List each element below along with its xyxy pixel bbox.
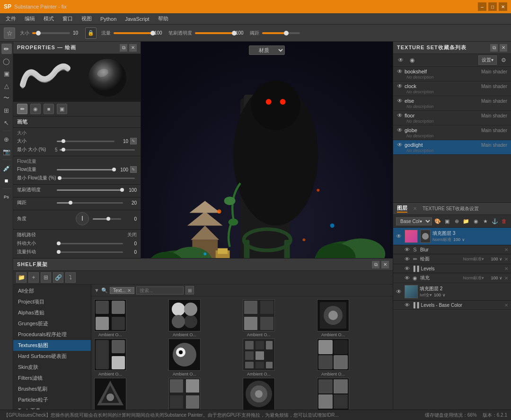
sublayer-close-fill[interactable]: ✕ (504, 276, 508, 281)
camera-btn[interactable]: 📷 (1, 146, 12, 157)
size-prop-slider[interactable] (57, 141, 115, 142)
texture-set-float-btn[interactable]: ⧉ (490, 44, 498, 52)
shelf-cat-brushes[interactable]: Brushes笔刷 (13, 384, 91, 394)
viewport-mode-selector[interactable]: 材质 (249, 45, 285, 55)
maximize-button[interactable]: □ (488, 2, 497, 11)
threshold-prop-slider[interactable] (57, 202, 123, 204)
shelf-cat-hard[interactable]: Hard Surfaces硬表面 (13, 351, 91, 362)
menu-python[interactable]: Python (97, 15, 120, 23)
ts-settings-btn[interactable]: 设置▾ (478, 55, 497, 65)
flow-slider[interactable] (114, 32, 151, 34)
erase-tool-btn[interactable]: ◯ (1, 56, 12, 66)
shelf-cat-procedurals[interactable]: Procedurals程序处理 (13, 329, 91, 340)
sublayer-eye-levels-bc[interactable]: 👁 (405, 302, 410, 308)
angle-slider[interactable] (93, 218, 121, 220)
brush-lock-icon[interactable]: 🔒 (85, 27, 97, 39)
sublayer-close-levels[interactable]: ✕ (504, 266, 508, 271)
ts-item-else[interactable]: 👁 else Main shader No description (393, 96, 511, 111)
asset-item-4[interactable]: Ambient O... (94, 339, 126, 376)
texture-set-close-btn[interactable]: ✕ (500, 44, 507, 52)
brush-mode-paint-btn[interactable]: ✏ (17, 104, 27, 114)
sublayer-levels-bc[interactable]: 👁 ▐▐ Levels - Base Color ✕ (393, 300, 511, 309)
menu-mode[interactable]: 模式 (40, 14, 58, 23)
layer-group-btn[interactable]: 📁 (462, 216, 470, 226)
picker-btn[interactable]: 💉 (1, 163, 12, 173)
transform-btn[interactable]: ⊕ (1, 134, 12, 144)
fill-tool-btn[interactable]: ▣ (1, 68, 12, 79)
brush-mode-height-btn[interactable]: ▣ (57, 104, 67, 114)
shelf-cat-filters[interactable]: Filters滤镜 (13, 373, 91, 384)
layer-delete-btn[interactable]: 🗑 (501, 216, 508, 226)
ts-eye-else[interactable]: 👁 (397, 98, 403, 104)
menu-javascript[interactable]: JavaScript (121, 15, 153, 23)
ts-item-floor[interactable]: 👁 floor Main shader No description (393, 111, 511, 125)
brush-mode-normal-btn[interactable]: ■ (44, 104, 54, 114)
ts-eye-floor[interactable]: 👁 (397, 112, 403, 119)
menu-help[interactable]: 帮助 (154, 14, 172, 23)
menu-file[interactable]: 文件 (2, 14, 20, 23)
sublayer-blur[interactable]: 👁 S Blur ✕ (393, 245, 511, 254)
layer-eye-fill2[interactable]: 👁 (396, 288, 403, 295)
brush-mode-mask-btn[interactable]: ◉ (30, 104, 41, 114)
layer-eye-fill3[interactable]: 👁 (396, 233, 403, 240)
ps-btn[interactable]: Ps (1, 192, 12, 202)
ts-item-clock[interactable]: 👁 clock Main shader No description (393, 81, 511, 96)
shelf-grid-view-btn[interactable]: ⊞ (185, 286, 194, 295)
shelf-cat-skin[interactable]: Skin皮肤 (13, 362, 91, 373)
layers-tab-layers[interactable]: 图层 (397, 205, 407, 213)
ts-eye-btn[interactable]: 👁 (396, 55, 405, 65)
color-btn[interactable]: ■ (1, 175, 12, 186)
shelf-cat-project[interactable]: Project项目 (13, 296, 91, 307)
ts-eye-globe[interactable]: 👁 (397, 127, 403, 134)
layer-main-fill2[interactable]: 👁 填充图层 2 Ivrl全▾ 100 ∨ (393, 283, 511, 300)
asset-item-8[interactable]: Ambient O... (94, 378, 126, 410)
ts-eye-godlight[interactable]: 👁 (397, 142, 403, 148)
layer-duplicate-btn[interactable]: ⊕ (453, 216, 460, 226)
ts-item-globe[interactable]: 👁 globe Main shader No description (393, 125, 511, 140)
filter-tag-close[interactable]: ✕ (127, 288, 131, 293)
flow-jitter-slider[interactable] (57, 251, 123, 253)
brush-picker-icon[interactable]: ☆ (4, 27, 15, 39)
asset-item-10[interactable]: Ambient O... (243, 378, 275, 410)
layer-anchor-btn[interactable]: ⚓ (491, 216, 499, 226)
sublayer-close-blur[interactable]: ✕ (504, 247, 508, 252)
sublayer-eye-paint[interactable]: 👁 (405, 256, 410, 262)
sublayer-paint[interactable]: 👁 ✏ 绘面 Norm标准▾ 100 ∨ ✕ (393, 254, 511, 264)
asset-item-2[interactable]: Ambient O... (243, 299, 275, 337)
ts-item-godlight[interactable]: 👁 godlight Main shader No description (393, 140, 511, 155)
ts-item-bookshelf[interactable]: 👁 bookshelf Main shader No description (393, 67, 511, 81)
asset-item-11[interactable]: Ambient O... (317, 378, 349, 410)
asset-item-6[interactable]: Ambient O... (243, 339, 275, 376)
shelf-search-input[interactable] (136, 286, 184, 295)
sublayer-fill[interactable]: 👁 ◉ 填充 Norm标准▾ 100 ∨ ✕ (393, 273, 511, 283)
sublayer-close-paint[interactable]: ✕ (504, 257, 508, 262)
sublayer-eye-levels[interactable]: 👁 (405, 266, 410, 271)
shelf-cat-all[interactable]: All全部 (13, 286, 91, 296)
jitter-size-slider[interactable] (57, 243, 123, 244)
layer-mask-btn[interactable]: ◉ (472, 216, 480, 226)
smear-tool-btn[interactable]: 〜 (1, 93, 12, 103)
sublayer-eye-fill[interactable]: 👁 (405, 275, 410, 281)
angle-dial[interactable] (76, 212, 89, 225)
layers-channel-dropdown[interactable]: Base Col▾ (396, 217, 432, 225)
shelf-add-btn[interactable]: + (28, 272, 39, 283)
sublayer-eye-blur[interactable]: 👁 (405, 247, 410, 252)
ts-eye2-btn[interactable]: ◉ (407, 55, 417, 65)
ts-gear-btn[interactable]: ⚙ (499, 55, 508, 65)
select-tool-btn[interactable]: ↖ (1, 117, 12, 128)
shelf-close-btn[interactable]: ✕ (381, 261, 389, 268)
opacity-prop-slider[interactable] (57, 189, 123, 191)
asset-item-0[interactable]: Ambient O... (94, 299, 126, 337)
layer-main-fill3[interactable]: 👁 填充图层 3 Norm标准 100 ∨ (393, 228, 511, 245)
menu-edit[interactable]: 编辑 (21, 14, 39, 23)
shelf-cat-alphas[interactable]: Alphas透贴 (13, 307, 91, 318)
asset-item-3[interactable]: Ambient O... (317, 299, 349, 337)
layers-tab-texture-settings[interactable]: TEXTURE SET收藏条设置 (423, 206, 479, 212)
polygon-fill-btn[interactable]: △ (1, 80, 12, 91)
shelf-cat-tools[interactable]: Tools工具 (13, 405, 91, 410)
paint-tool-btn[interactable]: ✏ (1, 44, 12, 54)
close-button[interactable]: ✕ (499, 2, 507, 11)
menu-window[interactable]: 窗口 (59, 14, 77, 23)
shelf-cat-particles[interactable]: Particles粒子 (13, 394, 91, 405)
ts-eye-bookshelf[interactable]: 👁 (397, 68, 403, 75)
